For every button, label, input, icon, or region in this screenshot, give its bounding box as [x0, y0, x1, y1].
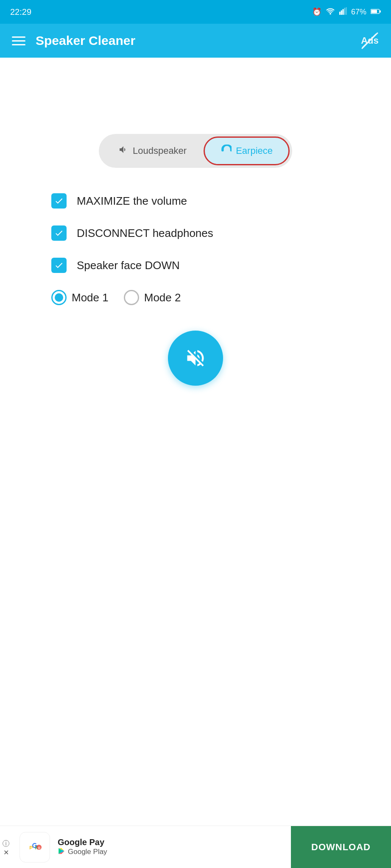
svg-rect-0: [339, 11, 341, 15]
loudspeaker-icon: [118, 145, 128, 157]
earpiece-tab[interactable]: Earpiece: [204, 136, 290, 165]
earpiece-icon: [221, 144, 232, 158]
loudspeaker-tab[interactable]: Loudspeaker: [101, 137, 204, 165]
alarm-icon: ⏰: [312, 7, 321, 17]
signal-icon: [339, 7, 347, 17]
ad-text: Google Pay: [58, 837, 107, 857]
maximize-volume-label: MAXIMIZE the volume: [77, 195, 187, 208]
google-pay-logo-icon: G: [24, 836, 46, 858]
start-cleaning-button[interactable]: [168, 331, 223, 386]
maximize-volume-option[interactable]: MAXIMIZE the volume: [51, 193, 340, 209]
ads-button[interactable]: Ads: [360, 31, 379, 50]
speaker-face-down-option[interactable]: Speaker face DOWN: [51, 258, 340, 273]
battery-level: 67%: [351, 8, 366, 17]
google-play-icon: [58, 847, 65, 857]
menu-button[interactable]: [12, 36, 25, 45]
wifi-icon: [326, 7, 335, 17]
ad-banner: i ✕ G Google Pay: [0, 826, 391, 868]
download-button[interactable]: DOWNLOAD: [291, 826, 391, 868]
ad-info-icon: i: [3, 840, 9, 847]
app-bar: Speaker Cleaner Ads: [0, 24, 391, 58]
ad-app-name: Google Pay: [58, 837, 107, 847]
ad-close-button[interactable]: ✕: [3, 849, 9, 857]
app-title: Speaker Cleaner: [36, 33, 135, 48]
ad-source-label: Google Play: [68, 848, 107, 856]
disconnect-headphones-checkbox[interactable]: [51, 225, 67, 241]
ad-info: G Google Pay: [11, 832, 291, 862]
mode1-radio[interactable]: [51, 290, 67, 305]
speaker-face-down-label: Speaker face DOWN: [77, 259, 180, 272]
svg-rect-3: [344, 8, 345, 15]
status-icons: ⏰ 67%: [312, 7, 381, 17]
svg-rect-4: [346, 7, 347, 15]
loudspeaker-tab-label: Loudspeaker: [133, 145, 187, 156]
status-bar: 22:29 ⏰ 67%: [0, 0, 391, 24]
tab-switcher: Loudspeaker Earpiece: [99, 134, 292, 168]
svg-rect-6: [380, 10, 381, 12]
mode1-label: Mode 1: [72, 291, 109, 304]
app-bar-left: Speaker Cleaner: [12, 33, 135, 48]
main-content: Loudspeaker Earpiece MAXIMIZE the volume: [0, 58, 391, 826]
svg-rect-1: [341, 10, 342, 15]
svg-text:G: G: [38, 846, 40, 850]
svg-rect-2: [342, 9, 344, 15]
mode2-option[interactable]: Mode 2: [124, 290, 181, 305]
disconnect-headphones-label: DISCONNECT headphones: [77, 227, 213, 240]
mode1-option[interactable]: Mode 1: [51, 290, 109, 305]
ad-source: Google Play: [58, 847, 107, 857]
svg-line-8: [362, 33, 377, 48]
maximize-volume-checkbox[interactable]: [51, 193, 67, 209]
speaker-face-down-checkbox[interactable]: [51, 258, 67, 273]
options-list: MAXIMIZE the volume DISCONNECT headphone…: [51, 193, 340, 305]
svg-rect-7: [371, 10, 377, 13]
mode2-radio[interactable]: [124, 290, 139, 305]
ad-logo: G: [20, 832, 50, 862]
battery-icon: [371, 8, 381, 17]
mode2-label: Mode 2: [144, 291, 181, 304]
earpiece-tab-label: Earpiece: [236, 145, 273, 156]
mute-icon: [184, 347, 207, 369]
disconnect-headphones-option[interactable]: DISCONNECT headphones: [51, 225, 340, 241]
mode-group: Mode 1 Mode 2: [51, 290, 340, 305]
status-time: 22:29: [10, 7, 31, 17]
